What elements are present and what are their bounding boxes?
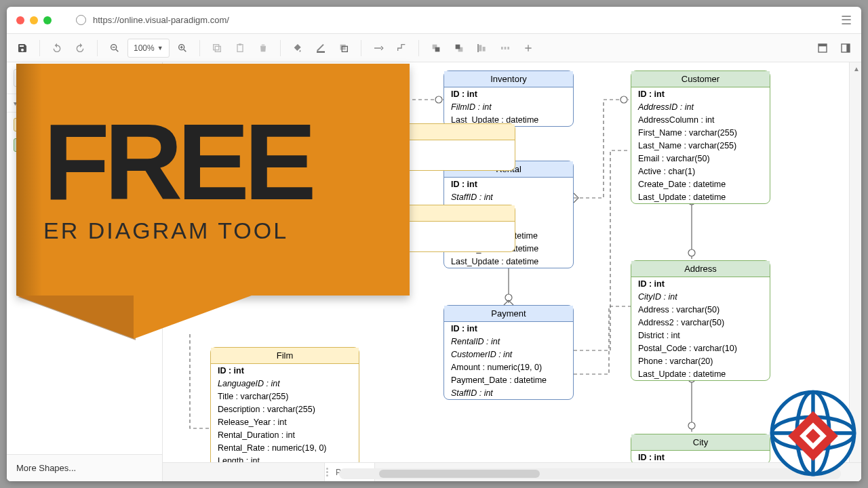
entity-title: Payment: [444, 306, 573, 322]
svg-rect-16: [435, 47, 439, 52]
entity-field[interactable]: RentalID : int: [444, 335, 573, 348]
close-window-button[interactable]: [16, 16, 24, 24]
entity-field[interactable]: First_Name : varchar(255): [631, 126, 770, 139]
entity-field[interactable]: CustomerID : int: [444, 348, 573, 361]
svg-rect-24: [507, 47, 509, 49]
entity-field[interactable]: ID : int: [631, 277, 770, 290]
align-button[interactable]: [472, 39, 492, 58]
svg-point-34: [505, 294, 512, 301]
format-panel-button[interactable]: [812, 39, 833, 58]
entity-field[interactable]: Title : varchar(255): [211, 390, 359, 403]
entity-field[interactable]: LanguageID : int: [211, 377, 359, 390]
insert-button[interactable]: [518, 39, 538, 58]
entity-hidden-1[interactable]: [380, 123, 515, 171]
distribute-button[interactable]: [495, 39, 515, 58]
svg-line-4: [184, 49, 186, 52]
svg-rect-20: [482, 47, 485, 52]
zoom-out-button[interactable]: [104, 39, 125, 58]
entity-field[interactable]: Last_Update : datetime: [631, 367, 770, 380]
shadow-button[interactable]: [334, 39, 354, 58]
entity-customer[interactable]: Customer ID : intAddressID : intAddressC…: [631, 70, 770, 204]
zoom-level-select[interactable]: 100%▼: [127, 39, 170, 58]
diagram-canvas[interactable]: Inventory ID : intFilmID : intLast_Updat…: [163, 62, 849, 462]
waypoint-style-button[interactable]: [391, 39, 412, 58]
entity-field[interactable]: Active : char(1): [631, 165, 770, 178]
entity-field[interactable]: Address2 : varchar(50): [631, 316, 770, 329]
svg-point-42: [435, 96, 442, 103]
entity-field[interactable]: Postal_Code : varchar(10): [631, 342, 770, 354]
entity-field[interactable]: StaffID : int: [444, 190, 573, 203]
entity-field[interactable]: Create_Date : datetime: [631, 178, 770, 190]
entity-field[interactable]: ID : int: [631, 451, 770, 462]
entity-field[interactable]: Description : varchar(255): [211, 403, 359, 415]
svg-rect-19: [479, 45, 481, 51]
entity-field[interactable]: Length : int: [211, 454, 359, 462]
entity-field[interactable]: Email : varchar(50): [631, 152, 770, 165]
minimize-window-button[interactable]: [30, 16, 38, 24]
entity-hidden-2[interactable]: [380, 205, 515, 252]
redo-button[interactable]: [70, 39, 90, 58]
entity-field[interactable]: ID : int: [631, 87, 770, 100]
delete-button[interactable]: [253, 39, 273, 58]
svg-rect-23: [504, 47, 506, 49]
zoom-in-button[interactable]: [172, 39, 193, 58]
entity-field[interactable]: AddressID : int: [631, 100, 770, 113]
entity-field[interactable]: Release_Year : int: [211, 415, 359, 428]
entity-field[interactable]: Last_Name : varchar(255): [631, 139, 770, 152]
shape-entity-yellow[interactable]: [14, 118, 31, 131]
entity-title: Film: [211, 348, 359, 364]
entity-city[interactable]: City ID : int: [631, 434, 770, 462]
zoom-label: 100%: [134, 43, 155, 53]
entity-field[interactable]: AddressColumn : int: [631, 113, 770, 126]
maximize-window-button[interactable]: [43, 16, 52, 24]
connection-style-button[interactable]: [368, 39, 389, 58]
svg-rect-22: [501, 47, 503, 49]
outline-panel-button[interactable]: [835, 39, 856, 58]
sidebar-section-entity-relationship[interactable]: Entity Relationship: [7, 94, 162, 113]
entity-title: Inventory: [444, 71, 573, 87]
entity-title: Customer: [631, 71, 770, 87]
entity-field[interactable]: Last_Update : datetime: [631, 190, 770, 203]
more-shapes-button[interactable]: More Shapes...: [7, 454, 162, 481]
entity-field[interactable]: Payment_Date : datetime: [444, 373, 573, 386]
svg-point-41: [620, 96, 627, 103]
to-front-button[interactable]: [426, 39, 446, 58]
to-back-button[interactable]: [449, 39, 469, 58]
shape-entity-green[interactable]: [14, 138, 31, 152]
entity-field[interactable]: Amount : numeric(19, 0): [444, 361, 573, 373]
entity-field[interactable]: Rental_Duration : int: [211, 428, 359, 441]
entity-field[interactable]: Rental_Rate : numeric(19, 0): [211, 441, 359, 454]
url-text: https://online.visual-paradigm.com/: [93, 15, 229, 25]
paste-button[interactable]: [230, 39, 250, 58]
horizontal-scrollbar[interactable]: [339, 468, 841, 479]
entity-field[interactable]: ID : int: [211, 364, 359, 377]
more-shapes-label: More Shapes...: [16, 463, 76, 473]
diagram-canvas-area: Inventory ID : intFilmID : intLast_Updat…: [163, 62, 861, 481]
search-input[interactable]: [14, 69, 155, 87]
entity-field[interactable]: Address : varchar(50): [631, 303, 770, 316]
svg-rect-18: [455, 44, 460, 49]
address-bar[interactable]: https://online.visual-paradigm.com/: [76, 15, 229, 25]
window-controls: [16, 16, 52, 24]
entity-payment[interactable]: Payment ID : intRentalID : intCustomerID…: [443, 305, 574, 400]
entity-field[interactable]: Phone : varchar(20): [631, 354, 770, 367]
entity-field[interactable]: CityID : int: [631, 290, 770, 303]
entity-inventory[interactable]: Inventory ID : intFilmID : intLast_Updat…: [443, 70, 574, 127]
entity-field[interactable]: District : int: [631, 329, 770, 342]
entity-field[interactable]: ID : int: [444, 87, 573, 100]
line-color-button[interactable]: [311, 39, 331, 58]
entity-address[interactable]: Address ID : intCityID : intAddress : va…: [631, 260, 770, 381]
entity-field[interactable]: Last_Update : datetime: [444, 255, 573, 268]
entity-field[interactable]: ID : int: [444, 322, 573, 335]
hamburger-menu-icon[interactable]: ☰: [841, 13, 852, 28]
undo-button[interactable]: [47, 39, 67, 58]
entity-field[interactable]: ID : int: [444, 178, 573, 190]
fill-color-button[interactable]: [288, 39, 308, 58]
entity-film[interactable]: Film ID : intLanguageID : intTitle : var…: [210, 347, 359, 462]
svg-rect-12: [340, 44, 345, 49]
save-button[interactable]: [12, 39, 33, 58]
entity-field[interactable]: FilmID : int: [444, 100, 573, 113]
site-info-icon: [76, 15, 86, 25]
copy-button[interactable]: [207, 39, 227, 58]
entity-field[interactable]: StaffID : int: [444, 386, 573, 399]
